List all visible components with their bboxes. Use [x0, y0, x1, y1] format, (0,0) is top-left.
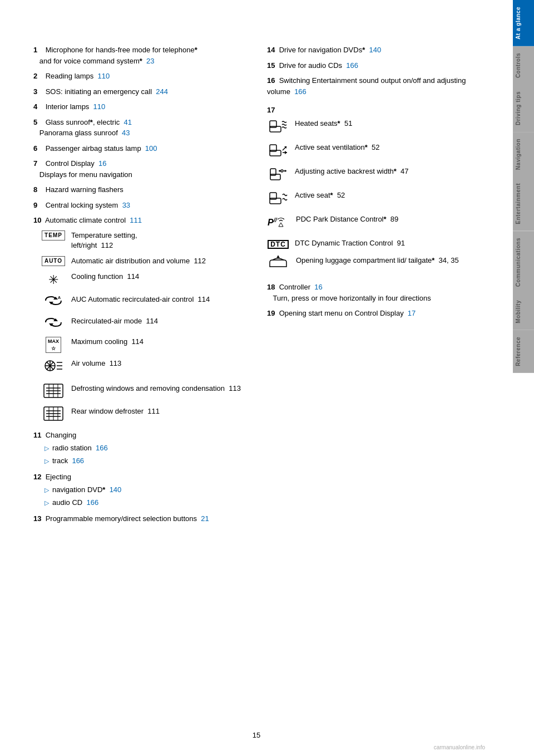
page-ref-19[interactable]: 17 — [408, 309, 416, 317]
page-ref-luggage-1[interactable]: 34 — [439, 256, 447, 264]
recirc-icon — [43, 316, 63, 331]
item-num-7: 7 — [33, 158, 43, 169]
pdc-icon: P // — [267, 214, 290, 232]
page-ref-11b[interactable]: 166 — [72, 456, 84, 465]
page-ref-5b[interactable]: 43 — [122, 129, 130, 137]
right-column: 14 Drive for navigation DVDs* 140 15 Dri… — [267, 45, 478, 528]
sidebar-tab-driving-tips[interactable]: Driving tips — [513, 85, 534, 132]
page-ref-recirc[interactable]: 114 — [146, 317, 158, 325]
item-text-4: Interior lamps 110 — [46, 102, 106, 111]
icon-text-backrest: Adjusting active backrest width* 47 — [295, 166, 478, 176]
icon-text-heated-seats: Heated seats* 51 — [295, 119, 478, 129]
svg-text:P: P — [268, 218, 274, 227]
sidebar-tab-reference[interactable]: Reference — [513, 330, 534, 373]
page-ref-seat-vent[interactable]: 52 — [372, 143, 379, 151]
page-ref-1[interactable]: 23 — [146, 57, 154, 65]
item-text-10: Automatic climate control 111 — [45, 216, 142, 224]
climate-recirc: Recirculated-air mode 114 — [41, 316, 245, 331]
content-columns: 1 Microphone for hands-free mode for tel… — [33, 45, 496, 528]
list-item-13: 13 Programmable memory/direct selection … — [33, 513, 245, 524]
list-item-9: 9 Central locking system 33 — [33, 200, 245, 211]
page-ref-16[interactable]: 166 — [294, 87, 306, 96]
page-ref-backrest[interactable]: 47 — [400, 167, 408, 175]
page-ref-luggage-2[interactable]: 35 — [451, 256, 458, 264]
icon-text-dtc: DTC Dynamic Traction Control 91 — [295, 238, 478, 248]
climate-air-volume: Air volume 113 — [41, 359, 245, 378]
page-ref-18[interactable]: 16 — [314, 283, 322, 291]
page-ref-12a[interactable]: 140 — [110, 485, 122, 494]
item-num-3: 3 — [33, 86, 43, 97]
svg-point-37 — [281, 170, 283, 172]
page-ref-cooling[interactable]: 114 — [127, 272, 139, 281]
list-item-2: 2 Reading lamps 110 — [33, 71, 245, 82]
dtc-label: DTC — [268, 240, 289, 249]
page-ref-dtc[interactable]: 91 — [397, 239, 405, 247]
seat-vent-icon — [267, 143, 289, 160]
sidebar-tab-mobility[interactable]: Mobility — [513, 293, 534, 330]
item-text-12: Ejecting — [46, 473, 71, 481]
page-ref-pdc[interactable]: 89 — [390, 215, 398, 223]
page-ref-max[interactable]: 114 — [131, 337, 144, 346]
page-number: 15 — [253, 731, 260, 739]
page-ref-air-volume[interactable]: 113 — [110, 359, 122, 367]
icon-item-pdc: P // PDC Park Distance Control* 89 — [267, 214, 478, 232]
list-item-16: 16 Switching Entertainment sound output … — [267, 75, 478, 97]
icon-item-active-seat: Active seat* 52 — [267, 190, 478, 208]
page-ref-temp[interactable]: 112 — [101, 241, 113, 249]
icon-text-seat-vent: Active seat ventilation* 52 — [295, 143, 478, 153]
sub-text-11a: radio station 166 — [52, 443, 108, 454]
page-ref-rear-defrost[interactable]: 111 — [147, 407, 160, 415]
sidebar-tab-at-glance[interactable]: At a glance — [513, 0, 534, 46]
sub-text-11b: track 166 — [52, 455, 84, 467]
sub-item-11b: ▷ track 166 — [44, 455, 245, 467]
climate-rear-defrost: Rear window defroster 111 — [41, 406, 245, 424]
svg-marker-40 — [279, 170, 280, 172]
list-item-4: 4 Interior lamps 110 — [33, 101, 245, 112]
page-ref-14[interactable]: 140 — [369, 46, 381, 54]
item-num-15: 15 — [267, 60, 277, 71]
page-ref-auc[interactable]: 114 — [198, 295, 210, 303]
sub-text-12a: navigation DVD* 140 — [52, 484, 121, 496]
sidebar-tab-navigation[interactable]: Navigation — [513, 132, 534, 176]
page-ref-defrost[interactable]: 113 — [229, 384, 241, 392]
icon-item-dtc: DTC DTC Dynamic Traction Control 91 — [267, 238, 478, 249]
page-ref-15[interactable]: 166 — [346, 61, 358, 70]
svg-text:A: A — [58, 296, 61, 300]
item-num-2: 2 — [33, 71, 43, 82]
sidebar-tab-communications[interactable]: Communications — [513, 231, 534, 293]
page-ref-4[interactable]: 110 — [93, 102, 106, 111]
main-content: 1 Microphone for hands-free mode for tel… — [0, 0, 513, 756]
climate-air-volume-text: Air volume 113 — [71, 359, 245, 369]
item-num-6: 6 — [33, 143, 43, 154]
air-volume-icon — [43, 359, 63, 378]
page-ref-7[interactable]: 16 — [98, 159, 106, 168]
icon-text-pdc: PDC Park Distance Control* 89 — [296, 214, 478, 224]
item-num-17: 17 — [267, 106, 478, 114]
page-ref-auto[interactable]: 112 — [194, 257, 206, 265]
page-ref-3[interactable]: 244 — [156, 87, 168, 96]
list-item-19: 19 Opening start menu on Control Display… — [267, 308, 478, 319]
page-ref-9[interactable]: 33 — [122, 201, 130, 209]
page-ref-11a[interactable]: 166 — [96, 444, 108, 452]
item-num-12: 12 — [33, 472, 43, 483]
active-seat-icon — [267, 190, 289, 208]
list-item-10: 10 Automatic climate control 111 — [33, 215, 245, 226]
defrost-icon — [43, 384, 63, 401]
page-ref-6[interactable]: 100 — [145, 144, 157, 153]
page-ref-12b[interactable]: 166 — [86, 498, 98, 507]
page-ref-2[interactable]: 110 — [98, 72, 110, 80]
page-ref-10[interactable]: 111 — [130, 216, 142, 224]
page-ref-13[interactable]: 21 — [201, 514, 209, 523]
page-ref-heated[interactable]: 51 — [344, 119, 352, 127]
list-item-11: 11 Changing ▷ radio station 166 ▷ track … — [33, 430, 245, 467]
sidebar-tab-controls[interactable]: Controls — [513, 46, 534, 85]
page-ref-active-seat[interactable]: 52 — [337, 191, 345, 199]
max-icon: MAX☆ — [46, 337, 61, 353]
watermark: carmanualonline.info — [434, 744, 485, 750]
item-num-13: 13 — [33, 513, 43, 524]
sidebar-tab-entertainment[interactable]: Entertainment — [513, 176, 534, 231]
list-item-6: 6 Passenger airbag status lamp 100 — [33, 143, 245, 154]
page-ref-5a[interactable]: 41 — [124, 118, 132, 126]
list-item-8: 8 Hazard warning flashers — [33, 184, 245, 195]
cooling-icon: ✳ — [48, 272, 58, 289]
